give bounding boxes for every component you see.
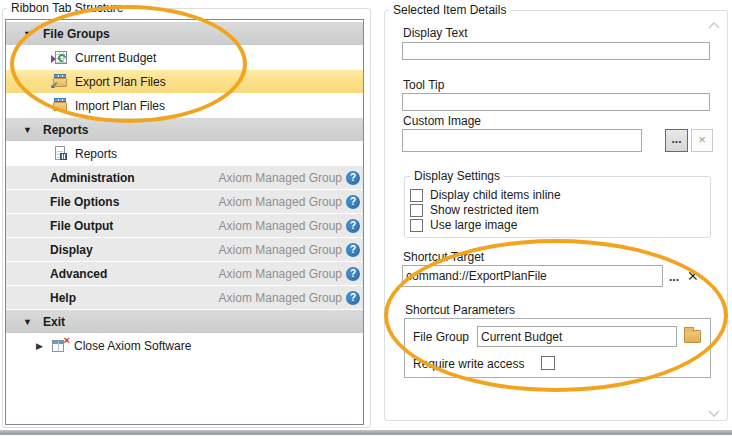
help-icon[interactable]: ? <box>346 195 360 209</box>
managed-group-badge: Axiom Managed Group <box>219 171 342 185</box>
managed-group-badge: Axiom Managed Group <box>219 267 342 281</box>
tree-item-label: Export Plan Files <box>75 75 166 89</box>
display-settings-title: Display Settings <box>410 169 504 183</box>
tree-header-label: File Groups <box>43 27 110 41</box>
display-text-input[interactable] <box>402 42 710 60</box>
expanded-triangle-icon[interactable]: ▼ <box>23 29 43 39</box>
help-icon[interactable]: ? <box>346 171 360 185</box>
expanded-triangle-icon[interactable]: ▼ <box>23 125 43 135</box>
managed-group-badge: Axiom Managed Group <box>219 219 342 233</box>
custom-image-browse-button[interactable]: ... <box>665 129 688 152</box>
tree-item-close-axiom-software[interactable]: ▶ × Close Axiom Software <box>6 334 363 357</box>
tree-item-import-plan-files[interactable]: ↑ Import Plan Files <box>6 94 363 117</box>
require-write-access-checkbox[interactable] <box>541 356 555 370</box>
help-icon[interactable]: ? <box>346 243 360 257</box>
tree-header-file-groups[interactable]: ▼ File Groups <box>6 22 363 45</box>
import-plan-files-icon: ↑ <box>52 98 68 114</box>
tree-header-exit[interactable]: ▼ Exit <box>6 310 363 333</box>
tree-header-label: Exit <box>43 315 65 329</box>
export-plan-files-icon: ↙ <box>52 74 68 90</box>
managed-group-badge: Axiom Managed Group <box>219 291 342 305</box>
tree-row-help[interactable]: Help Axiom Managed Group ? <box>6 286 363 309</box>
ribbon-editor-dialog: Ribbon Tab Structure ▼ File Groups Curre… <box>0 0 732 439</box>
checkbox-label: Display child items inline <box>430 188 561 202</box>
tree-item-label: Import Plan Files <box>75 99 165 113</box>
file-group-folder-picker-icon[interactable] <box>684 330 701 343</box>
selected-item-details-title: Selected Item Details <box>389 3 510 17</box>
tree-item-current-budget[interactable]: Current Budget <box>6 46 363 69</box>
managed-group-badge: Axiom Managed Group <box>219 243 342 257</box>
managed-row-label: File Output <box>50 219 113 233</box>
tree-row-administration[interactable]: Administration Axiom Managed Group ? <box>6 166 363 189</box>
require-write-access-label: Require write access <box>413 357 524 371</box>
ribbon-tree[interactable]: ▼ File Groups Current Budget ↙ Export Pl… <box>5 19 364 425</box>
tree-item-label: Current Budget <box>75 51 156 65</box>
tree-item-label: Reports <box>75 147 117 161</box>
expanded-triangle-icon[interactable]: ▼ <box>23 317 43 327</box>
display-child-items-inline-checkbox[interactable] <box>410 189 423 202</box>
tree-row-file-output[interactable]: File Output Axiom Managed Group ? <box>6 214 363 237</box>
managed-row-label: Display <box>50 243 93 257</box>
shortcut-parameters-label: Shortcut Parameters <box>405 303 515 317</box>
managed-row-label: Advanced <box>50 267 107 281</box>
checkbox-row-show-restricted-item: Show restricted item <box>410 203 539 217</box>
file-group-input[interactable] <box>477 326 677 347</box>
shortcut-target-browse-button[interactable]: ... <box>669 270 679 284</box>
current-budget-icon <box>52 50 68 66</box>
window-bottom-edge <box>0 430 732 435</box>
tree-header-reports[interactable]: ▼ Reports <box>6 118 363 141</box>
managed-row-label: Administration <box>50 171 135 185</box>
shortcut-target-clear-button[interactable]: ✕ <box>687 268 699 284</box>
help-icon[interactable]: ? <box>346 267 360 281</box>
tree-item-reports[interactable]: Reports <box>6 142 363 165</box>
report-icon <box>52 146 68 162</box>
tree-item-label: Close Axiom Software <box>74 339 191 353</box>
managed-row-label: Help <box>50 291 76 305</box>
tree-row-advanced[interactable]: Advanced Axiom Managed Group ? <box>6 262 363 285</box>
show-restricted-item-checkbox[interactable] <box>410 204 423 217</box>
help-icon[interactable]: ? <box>346 219 360 233</box>
collapsed-triangle-icon[interactable]: ▶ <box>36 341 52 351</box>
tool-tip-label: Tool Tip <box>403 78 444 92</box>
tree-header-label: Reports <box>43 123 88 137</box>
shortcut-target-label: Shortcut Target <box>403 250 484 264</box>
checkbox-label: Show restricted item <box>430 203 539 217</box>
tree-item-export-plan-files[interactable]: ↙ Export Plan Files <box>6 70 363 93</box>
checkbox-row-use-large-image: Use large image <box>410 218 517 232</box>
tool-tip-input[interactable] <box>402 93 710 111</box>
scroll-down-chevron-icon[interactable] <box>706 408 722 418</box>
close-axiom-icon: × <box>52 338 68 354</box>
use-large-image-checkbox[interactable] <box>410 219 423 232</box>
custom-image-label: Custom Image <box>403 114 481 128</box>
custom-image-clear-button[interactable]: × <box>691 129 713 152</box>
checkbox-row-display-child-items-inline: Display child items inline <box>410 188 561 202</box>
checkbox-label: Use large image <box>430 218 517 232</box>
file-group-label: File Group <box>413 330 469 344</box>
help-icon[interactable]: ? <box>346 291 360 305</box>
custom-image-input[interactable] <box>402 129 642 152</box>
managed-group-badge: Axiom Managed Group <box>219 195 342 209</box>
display-text-label: Display Text <box>403 26 467 40</box>
ribbon-tab-structure-title: Ribbon Tab Structure <box>7 1 128 15</box>
tree-row-display[interactable]: Display Axiom Managed Group ? <box>6 238 363 261</box>
tree-row-file-options[interactable]: File Options Axiom Managed Group ? <box>6 190 363 213</box>
managed-row-label: File Options <box>50 195 119 209</box>
scroll-up-chevron-icon[interactable] <box>706 20 722 30</box>
shortcut-target-input[interactable] <box>402 265 663 287</box>
